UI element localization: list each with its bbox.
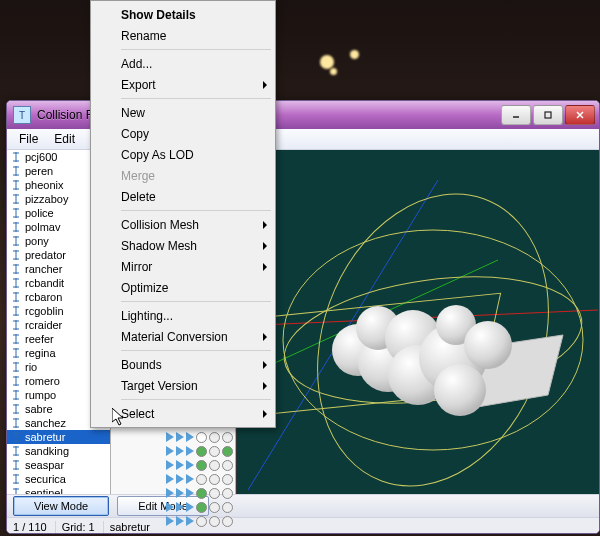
menu-item-collision-mesh[interactable]: Collision Mesh — [93, 214, 273, 235]
model-icon — [11, 348, 21, 358]
list-item[interactable]: seaspar — [7, 458, 110, 472]
icon-row — [166, 460, 233, 471]
menu-item-material-conversion[interactable]: Material Conversion — [93, 326, 273, 347]
model-icon — [11, 152, 21, 162]
menu-item-show-details[interactable]: Show Details — [93, 4, 273, 25]
menu-item-label: New — [121, 106, 145, 120]
sphere-icon — [209, 460, 220, 471]
sphere-icon — [196, 502, 207, 513]
model-icon — [11, 222, 21, 232]
submenu-arrow-icon — [263, 221, 267, 229]
icon-row — [166, 432, 233, 443]
list-item-label: sandking — [25, 445, 69, 457]
sphere-icon — [222, 446, 233, 457]
triangle-icon — [186, 502, 194, 512]
list-item-label: pheonix — [25, 179, 64, 191]
menu-file[interactable]: File — [11, 130, 46, 148]
triangle-icon — [186, 516, 194, 526]
menu-item-label: Mirror — [121, 260, 152, 274]
menu-item-label: Export — [121, 78, 156, 92]
list-item-label: seaspar — [25, 459, 64, 471]
sphere-icon — [209, 516, 220, 527]
list-item[interactable]: securica — [7, 472, 110, 486]
menu-item-target-version[interactable]: Target Version — [93, 375, 273, 396]
menu-item-label: Copy As LOD — [121, 148, 194, 162]
view-mode-button[interactable]: View Mode — [13, 496, 109, 516]
menu-item-mirror[interactable]: Mirror — [93, 256, 273, 277]
desktop-background: T Collision File… FileEditVie pcj600pere… — [0, 0, 600, 536]
menu-item-shadow-mesh[interactable]: Shadow Mesh — [93, 235, 273, 256]
model-icon — [11, 390, 21, 400]
model-icon — [11, 460, 21, 470]
model-icon — [11, 264, 21, 274]
menu-item-label: Optimize — [121, 281, 168, 295]
list-item-label: sabre — [25, 403, 53, 415]
sphere-icon — [196, 432, 207, 443]
sphere-icon — [222, 516, 233, 527]
model-icon — [11, 166, 21, 176]
list-item-label: rio — [25, 361, 37, 373]
status-name: sabretur — [110, 521, 150, 533]
close-button[interactable] — [565, 105, 595, 125]
menu-item-label: Add... — [121, 57, 152, 71]
icon-row — [166, 502, 233, 513]
model-icon — [11, 488, 21, 494]
list-item[interactable]: sabretur — [7, 430, 110, 444]
triangle-icon — [186, 446, 194, 456]
submenu-arrow-icon — [263, 81, 267, 89]
minimize-button[interactable] — [501, 105, 531, 125]
status-grid: Grid: 1 — [62, 521, 104, 533]
list-item-label: police — [25, 207, 54, 219]
menu-item-delete[interactable]: Delete — [93, 186, 273, 207]
model-icon — [11, 432, 21, 442]
model-icon — [11, 236, 21, 246]
icon-row — [166, 446, 233, 457]
menu-item-bounds[interactable]: Bounds — [93, 354, 273, 375]
status-bar: 1 / 110 Grid: 1 sabretur — [7, 517, 599, 534]
svg-rect-1 — [545, 112, 551, 118]
app-icon: T — [13, 106, 31, 124]
list-item-label: peren — [25, 165, 53, 177]
menu-item-new[interactable]: New — [93, 102, 273, 123]
model-icon — [11, 278, 21, 288]
triangle-icon — [176, 516, 184, 526]
menu-separator — [121, 49, 271, 50]
menu-edit[interactable]: Edit — [46, 130, 83, 148]
menu-item-lighting[interactable]: Lighting... — [93, 305, 273, 326]
triangle-icon — [166, 516, 174, 526]
triangle-icon — [186, 488, 194, 498]
list-item[interactable]: sentinel — [7, 486, 110, 494]
list-item-label: reefer — [25, 333, 54, 345]
3d-viewport[interactable] — [236, 150, 599, 494]
menu-item-export[interactable]: Export — [93, 74, 273, 95]
menu-item-copy[interactable]: Copy — [93, 123, 273, 144]
list-item-label: sentinel — [25, 487, 63, 494]
triangle-icon — [176, 446, 184, 456]
model-icon — [11, 474, 21, 484]
submenu-arrow-icon — [263, 242, 267, 250]
model-icon — [11, 194, 21, 204]
triangle-icon — [166, 502, 174, 512]
triangle-icon — [176, 460, 184, 470]
model-icon — [11, 180, 21, 190]
list-item-label: pcj600 — [25, 151, 57, 163]
sphere-icon — [209, 474, 220, 485]
list-item-label: rancher — [25, 263, 62, 275]
list-item[interactable]: sandking — [7, 444, 110, 458]
menu-item-add[interactable]: Add... — [93, 53, 273, 74]
svg-point-101 — [464, 321, 512, 369]
menu-item-select[interactable]: Select — [93, 403, 273, 424]
menu-item-optimize[interactable]: Optimize — [93, 277, 273, 298]
maximize-button[interactable] — [533, 105, 563, 125]
triangle-icon — [186, 474, 194, 484]
context-menu[interactable]: Show DetailsRenameAdd...ExportNewCopyCop… — [90, 0, 276, 428]
list-item-label: rcbandit — [25, 277, 64, 289]
menu-item-copy-as-lod[interactable]: Copy As LOD — [93, 144, 273, 165]
icon-row — [166, 474, 233, 485]
triangle-icon — [166, 446, 174, 456]
model-icon — [11, 334, 21, 344]
menu-item-rename[interactable]: Rename — [93, 25, 273, 46]
sphere-icon — [196, 460, 207, 471]
list-item-label: predator — [25, 249, 66, 261]
sphere-icon — [196, 488, 207, 499]
